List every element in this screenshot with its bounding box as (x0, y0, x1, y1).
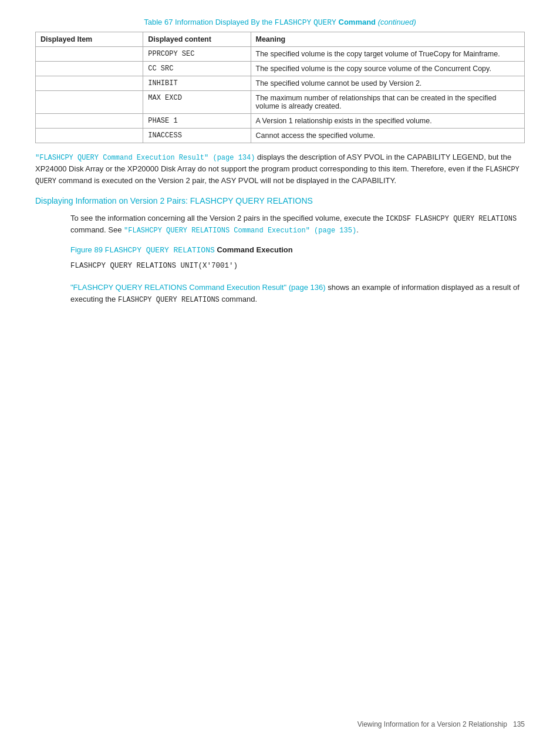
table-title-mono2: QUERY (313, 18, 336, 27)
table-cell-1-2: The specified volume is the copy source … (251, 62, 525, 76)
link-relations-execution[interactable]: "FLASHCPY QUERY RELATIONS Command Execut… (124, 225, 356, 234)
col-header-3: Meaning (251, 32, 525, 47)
table-cell-3-2: The maximum number of relationships that… (251, 91, 525, 114)
col-header-2: Displayed content (143, 32, 251, 47)
link-text: "FLASHCPY QUERY Command Execution Result… (35, 154, 255, 162)
result-mono1: FLASHCPY QUERY RELATIONS (118, 296, 220, 304)
link-relations-result-text: "FLASHCPY QUERY RELATIONS Command Execut… (70, 283, 326, 292)
table-row: INACCESSCannot access the specified volu… (36, 129, 525, 143)
section-part3: . (356, 225, 359, 234)
table-section: Table 67 Information Displayed By the FL… (35, 18, 525, 143)
table-cell-0-0 (36, 47, 143, 62)
table-row: INHIBITThe specified volume cannot be us… (36, 76, 525, 91)
table-cell-5-1: INACCESS (143, 129, 251, 143)
figure-mono1-text: FLASHCPY QUERY RELATIONS (105, 246, 215, 255)
table-cell-3-0 (36, 91, 143, 114)
table-cell-3-1: MAX EXCD (143, 91, 251, 114)
section-heading: Displaying Information on Version 2 Pair… (35, 196, 525, 205)
footer-page: 135 (513, 720, 525, 728)
table-cell-5-2: Cannot access the specified volume. (251, 129, 525, 143)
table-cell-2-1: INHIBIT (143, 76, 251, 91)
figure-title: Figure 89 FLASHCPY QUERY RELATIONS Comma… (70, 245, 525, 255)
table-cell-4-2: A Version 1 relationship exists in the s… (251, 114, 525, 129)
table-cell-1-0 (36, 62, 143, 76)
section-body-text: To see the information concerning all th… (70, 212, 525, 236)
table-cell-1-1: CC SRC (143, 62, 251, 76)
section-part1: To see the information concerning all th… (70, 214, 386, 222)
table-cell-4-1: PHASE 1 (143, 114, 251, 129)
table-row: PPRCOPY SECThe specified volume is the c… (36, 47, 525, 62)
page-footer: Viewing Information for a Version 2 Rela… (357, 720, 525, 728)
col-header-1: Displayed Item (36, 32, 143, 47)
table-row: CC SRCThe specified volume is the copy s… (36, 62, 525, 76)
link-relations-text: "FLASHCPY QUERY RELATIONS Command Execut… (124, 227, 356, 235)
link-relations-result[interactable]: "FLASHCPY QUERY RELATIONS Command Execut… (70, 283, 326, 292)
table-header-row: Displayed Item Displayed content Meaning (36, 32, 525, 47)
result-paragraph: "FLASHCPY QUERY RELATIONS Command Execut… (70, 282, 525, 305)
table-title-bold: Command (336, 18, 378, 26)
footer-text: Viewing Information for a Version 2 Rela… (357, 720, 507, 728)
body-paragraph: "FLASHCPY QUERY Command Execution Result… (35, 151, 525, 187)
result-part3: command. (220, 295, 257, 303)
section-part2: command. See (70, 225, 124, 234)
table-cell-5-0 (36, 129, 143, 143)
table-cell-0-2: The specified volume is the copy target … (251, 47, 525, 62)
figure-bold-text: Command Execution (217, 245, 292, 254)
link-flashcpy-query-result[interactable]: "FLASHCPY QUERY Command Execution Result… (35, 153, 255, 161)
table-row: PHASE 1A Version 1 relationship exists i… (36, 114, 525, 129)
table-cell-4-0 (36, 114, 143, 129)
table-title-mono1: FLASHCPY (275, 18, 311, 27)
table-title-italic: (continued) (378, 18, 416, 26)
table-row: MAX EXCDThe maximum number of relationsh… (36, 91, 525, 114)
table-title: Table 67 Information Displayed By the FL… (35, 18, 525, 27)
figure-label: Figure 89 (70, 245, 103, 254)
table-cell-2-2: The specified volume cannot be used by V… (251, 76, 525, 91)
table-cell-0-1: PPRCOPY SEC (143, 47, 251, 62)
table-title-prefix: Table 67 Information Displayed By the (144, 18, 275, 26)
section-indent: To see the information concerning all th… (70, 212, 525, 305)
figure-code: FLASHCPY QUERY RELATIONS UNIT(X'7001') (70, 258, 525, 274)
section-mono1: ICKDSF FLASHCPY QUERY RELATIONS (386, 215, 517, 223)
table-cell-2-0 (36, 76, 143, 91)
body-rest2: command is executed on the Version 2 pai… (56, 176, 396, 185)
main-table: Displayed Item Displayed content Meaning… (35, 32, 525, 143)
